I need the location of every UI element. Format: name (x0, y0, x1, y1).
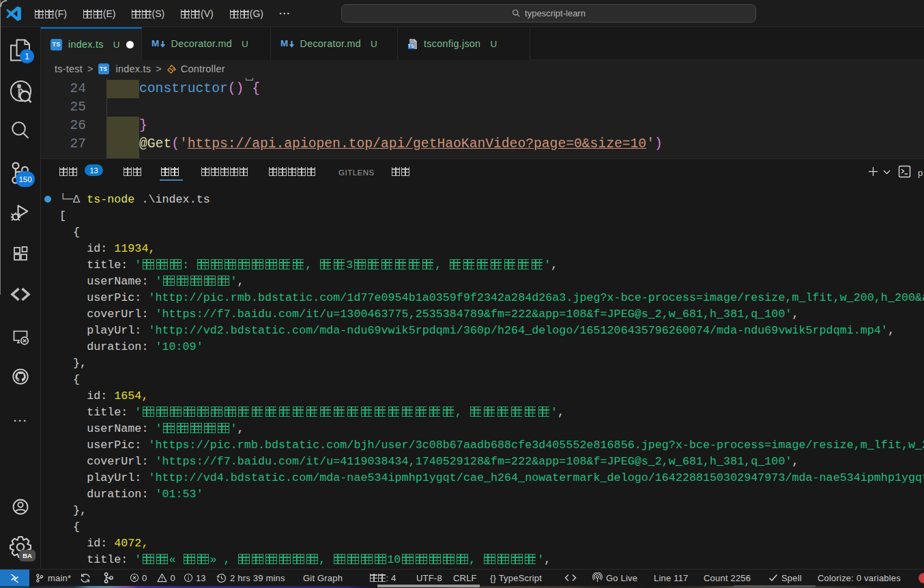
svg-text:TS: TS (408, 44, 414, 48)
